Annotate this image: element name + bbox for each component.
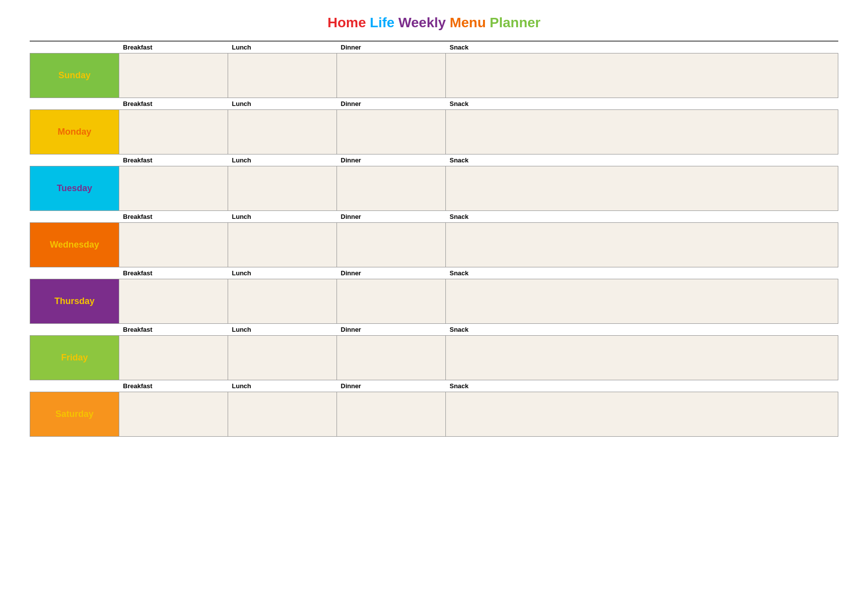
tuesday-header-row: Breakfast Lunch Dinner Snack xyxy=(30,154,838,166)
thursday-row: Thursday xyxy=(30,279,838,324)
wednesday-snack-header: Snack xyxy=(446,211,838,223)
wednesday-header-row: Breakfast Lunch Dinner Snack xyxy=(30,211,838,223)
thursday-header-row: Breakfast Lunch Dinner Snack xyxy=(30,267,838,279)
wednesday-snack-cell[interactable] xyxy=(446,223,838,267)
friday-dinner-header: Dinner xyxy=(337,324,446,336)
sunday-snack-cell[interactable] xyxy=(446,53,838,98)
wednesday-breakfast-header: Breakfast xyxy=(119,211,228,223)
thursday-dinner-cell[interactable] xyxy=(337,279,446,324)
monday-day-cell: Monday xyxy=(30,110,119,154)
friday-header-row: Breakfast Lunch Dinner Snack xyxy=(30,324,838,336)
wednesday-breakfast-cell[interactable] xyxy=(119,223,228,267)
tuesday-dinner-header: Dinner xyxy=(337,154,446,166)
friday-breakfast-cell[interactable] xyxy=(119,336,228,380)
sunday-breakfast-header: Breakfast xyxy=(119,42,228,53)
thursday-day-cell: Thursday xyxy=(30,279,119,324)
thursday-header-empty xyxy=(30,267,119,279)
monday-breakfast-header: Breakfast xyxy=(119,98,228,110)
friday-snack-header: Snack xyxy=(446,324,838,336)
wednesday-lunch-cell[interactable] xyxy=(228,223,337,267)
wednesday-row: Wednesday xyxy=(30,223,838,267)
thursday-breakfast-header: Breakfast xyxy=(119,267,228,279)
sunday-label: Sunday xyxy=(58,70,91,80)
friday-row: Friday xyxy=(30,336,838,380)
thursday-lunch-cell[interactable] xyxy=(228,279,337,324)
friday-day-cell: Friday xyxy=(30,336,119,380)
tuesday-lunch-cell[interactable] xyxy=(228,166,337,211)
saturday-header-empty xyxy=(30,380,119,392)
monday-label: Monday xyxy=(57,127,91,137)
tuesday-day-cell: Tuesday xyxy=(30,166,119,211)
thursday-label: Thursday xyxy=(54,296,95,306)
sunday-breakfast-cell[interactable] xyxy=(119,53,228,98)
planner-table: Breakfast Lunch Dinner Snack Sunday Brea… xyxy=(30,42,838,437)
tuesday-label: Tuesday xyxy=(57,183,93,193)
wednesday-day-cell: Wednesday xyxy=(30,223,119,267)
friday-lunch-cell[interactable] xyxy=(228,336,337,380)
friday-lunch-header: Lunch xyxy=(228,324,337,336)
saturday-lunch-cell[interactable] xyxy=(228,392,337,437)
monday-header-row: Breakfast Lunch Dinner Snack xyxy=(30,98,838,110)
sunday-header-empty xyxy=(30,42,119,53)
sunday-lunch-header: Lunch xyxy=(228,42,337,53)
saturday-dinner-cell[interactable] xyxy=(337,392,446,437)
wednesday-lunch-header: Lunch xyxy=(228,211,337,223)
friday-label: Friday xyxy=(61,353,88,362)
saturday-breakfast-cell[interactable] xyxy=(119,392,228,437)
thursday-snack-cell[interactable] xyxy=(446,279,838,324)
friday-header-empty xyxy=(30,324,119,336)
friday-breakfast-header: Breakfast xyxy=(119,324,228,336)
tuesday-breakfast-cell[interactable] xyxy=(119,166,228,211)
page-title: Home Life Weekly Menu Planner xyxy=(30,15,838,31)
monday-lunch-header: Lunch xyxy=(228,98,337,110)
wednesday-header-empty xyxy=(30,211,119,223)
monday-snack-cell[interactable] xyxy=(446,110,838,154)
wednesday-dinner-header: Dinner xyxy=(337,211,446,223)
saturday-header-row: Breakfast Lunch Dinner Snack xyxy=(30,380,838,392)
saturday-breakfast-header: Breakfast xyxy=(119,380,228,392)
tuesday-lunch-header: Lunch xyxy=(228,154,337,166)
sunday-snack-header: Snack xyxy=(446,42,838,53)
saturday-label: Saturday xyxy=(55,409,94,419)
friday-dinner-cell[interactable] xyxy=(337,336,446,380)
saturday-snack-cell[interactable] xyxy=(446,392,838,437)
monday-breakfast-cell[interactable] xyxy=(119,110,228,154)
thursday-dinner-header: Dinner xyxy=(337,267,446,279)
monday-header-empty xyxy=(30,98,119,110)
monday-dinner-cell[interactable] xyxy=(337,110,446,154)
saturday-snack-header: Snack xyxy=(446,380,838,392)
tuesday-snack-header: Snack xyxy=(446,154,838,166)
saturday-dinner-header: Dinner xyxy=(337,380,446,392)
friday-snack-cell[interactable] xyxy=(446,336,838,380)
saturday-row: Saturday xyxy=(30,392,838,437)
monday-lunch-cell[interactable] xyxy=(228,110,337,154)
monday-snack-header: Snack xyxy=(446,98,838,110)
saturday-day-cell: Saturday xyxy=(30,392,119,437)
sunday-dinner-cell[interactable] xyxy=(337,53,446,98)
sunday-dinner-header: Dinner xyxy=(337,42,446,53)
monday-dinner-header: Dinner xyxy=(337,98,446,110)
tuesday-header-empty xyxy=(30,154,119,166)
sunday-row: Sunday xyxy=(30,53,838,98)
wednesday-label: Wednesday xyxy=(50,240,99,250)
sunday-day-cell: Sunday xyxy=(30,53,119,98)
thursday-lunch-header: Lunch xyxy=(228,267,337,279)
monday-row: Monday xyxy=(30,110,838,154)
tuesday-dinner-cell[interactable] xyxy=(337,166,446,211)
tuesday-snack-cell[interactable] xyxy=(446,166,838,211)
thursday-snack-header: Snack xyxy=(446,267,838,279)
wednesday-dinner-cell[interactable] xyxy=(337,223,446,267)
tuesday-row: Tuesday xyxy=(30,166,838,211)
saturday-lunch-header: Lunch xyxy=(228,380,337,392)
thursday-breakfast-cell[interactable] xyxy=(119,279,228,324)
sunday-header-row: Breakfast Lunch Dinner Snack xyxy=(30,42,838,53)
tuesday-breakfast-header: Breakfast xyxy=(119,154,228,166)
sunday-lunch-cell[interactable] xyxy=(228,53,337,98)
